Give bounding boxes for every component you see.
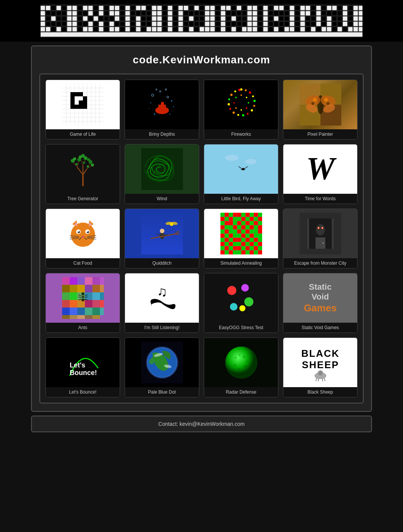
svg-rect-47 (284, 6, 289, 10)
svg-rect-206 (157, 22, 162, 26)
game-item-pixel-painter[interactable]: Pixel Painter (283, 80, 358, 140)
game-item-easyogg-stress-test[interactable]: EasyOGG Stress Test (204, 273, 278, 333)
game-label-little-bird: Little Bird, Fly Away (204, 194, 278, 204)
svg-rect-269 (168, 27, 172, 31)
svg-rect-13 (104, 6, 109, 10)
game-item-black-sheep[interactable]: BLACK SHEEP Black Sheep (283, 337, 358, 397)
svg-point-347 (150, 102, 151, 104)
svg-rect-329 (70, 96, 75, 100)
svg-rect-32 (205, 6, 209, 10)
svg-rect-98 (231, 11, 236, 16)
svg-rect-514 (250, 234, 254, 238)
game-item-little-bird[interactable]: Little Bird, Fly Away (204, 144, 278, 204)
svg-rect-181 (348, 16, 353, 21)
svg-rect-123 (41, 16, 45, 21)
svg-rect-162 (247, 16, 252, 21)
svg-point-580 (322, 242, 324, 244)
svg-rect-111 (300, 11, 305, 16)
svg-rect-106 (274, 11, 278, 16)
svg-rect-182 (353, 16, 358, 21)
svg-rect-163 (253, 16, 257, 21)
svg-rect-589 (77, 277, 85, 285)
contact-text: Contact: kevin@KevinWorkman.com (158, 421, 245, 427)
game-item-im-still-listening[interactable]: ♫ I'm Still Listening! (125, 273, 199, 333)
svg-rect-102 (253, 11, 257, 16)
svg-rect-256 (99, 27, 103, 31)
svg-rect-597 (92, 285, 100, 292)
svg-rect-235 (311, 22, 316, 26)
svg-rect-115 (322, 11, 326, 16)
svg-rect-236 (316, 22, 321, 26)
svg-rect-100 (242, 11, 247, 16)
svg-rect-508 (225, 234, 229, 238)
game-item-time-for-words[interactable]: W Time for Words (283, 144, 358, 204)
svg-rect-141 (136, 16, 141, 21)
svg-rect-494 (250, 225, 254, 229)
game-label-escape-monster-city: Escape from Monster City (283, 258, 357, 268)
svg-point-411 (75, 163, 78, 165)
svg-rect-1 (41, 6, 45, 10)
svg-rect-541 (237, 246, 241, 250)
svg-rect-170 (290, 16, 294, 21)
svg-rect-520 (233, 238, 237, 242)
svg-rect-62 (41, 11, 45, 16)
svg-rect-212 (189, 22, 194, 26)
svg-rect-164 (258, 16, 262, 21)
svg-rect-518 (225, 238, 229, 242)
svg-rect-598 (100, 285, 104, 292)
svg-rect-486 (258, 221, 262, 225)
svg-point-416 (225, 155, 239, 161)
game-item-ants[interactable]: Ants (45, 273, 120, 333)
game-item-radar-defense[interactable]: Radar Defense (204, 337, 278, 397)
svg-point-584 (318, 228, 319, 229)
svg-rect-553 (245, 250, 250, 254)
svg-rect-104 (263, 11, 268, 16)
game-item-static-void-games[interactable]: Static Void Games Static Void Games (283, 273, 358, 333)
svg-rect-266 (152, 27, 156, 31)
svg-rect-77 (120, 11, 125, 16)
svg-rect-300 (332, 27, 337, 31)
game-label-im-still-listening: I'm Still Listening! (125, 323, 199, 333)
svg-rect-468 (225, 217, 229, 221)
game-item-fireworks[interactable]: Fireworks (204, 80, 278, 140)
svg-rect-76 (115, 11, 119, 16)
svg-rect-237 (322, 22, 326, 26)
game-item-lets-bounce[interactable]: Let's Bounce! Let's Bounce! (45, 337, 120, 397)
svg-rect-65 (56, 11, 61, 16)
game-item-pale-blue-dot[interactable]: Pale Blue Dot (125, 337, 199, 397)
game-item-simulated-annealing[interactable]: Simulated Annealing (204, 209, 278, 268)
svg-rect-471 (237, 217, 241, 221)
svg-rect-42 (258, 6, 262, 10)
svg-rect-124 (46, 16, 50, 21)
svg-rect-246 (46, 27, 50, 31)
svg-rect-265 (147, 27, 151, 31)
svg-rect-8 (78, 6, 82, 10)
svg-rect-110 (295, 11, 300, 16)
svg-rect-46 (279, 6, 284, 10)
svg-rect-241 (343, 22, 347, 26)
game-item-quidditch[interactable]: Quidditch (125, 209, 199, 268)
svg-rect-16 (120, 6, 125, 10)
game-item-escape-monster-city[interactable]: Escape from Monster City (283, 209, 358, 268)
svg-point-652 (239, 355, 240, 356)
svg-rect-21 (147, 6, 151, 10)
game-thumbnail-escape-monster-city (283, 209, 357, 258)
svg-rect-227 (269, 22, 273, 26)
svg-rect-213 (194, 22, 199, 26)
svg-rect-239 (332, 22, 337, 26)
svg-rect-457 (220, 213, 225, 217)
game-label-pale-blue-dot: Pale Blue Dot (125, 387, 199, 397)
svg-rect-142 (141, 16, 146, 21)
game-item-game-of-life[interactable]: Game of Life (45, 80, 120, 140)
svg-rect-185 (46, 22, 50, 26)
svg-rect-523 (245, 238, 250, 242)
svg-rect-285 (253, 27, 257, 31)
svg-rect-203 (141, 22, 146, 26)
game-item-briny-depths[interactable]: Briny Depths (125, 80, 199, 140)
game-item-wind[interactable]: Wind (125, 144, 199, 204)
game-item-cat-food[interactable]: Cat Food (45, 209, 120, 268)
svg-point-409 (73, 157, 76, 160)
svg-rect-244 (359, 22, 362, 26)
game-item-tree-generator[interactable]: Tree Generator (45, 144, 120, 204)
svg-rect-193 (88, 22, 93, 26)
